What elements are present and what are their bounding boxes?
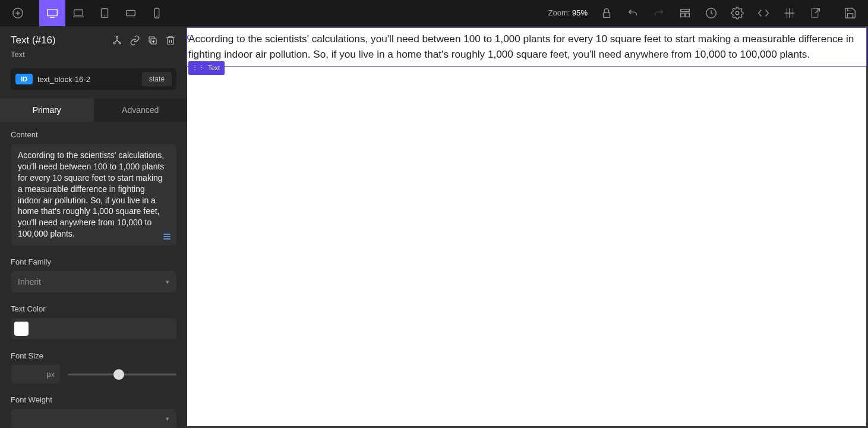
font-weight-label: Font Weight (11, 395, 176, 404)
slider-thumb[interactable] (113, 369, 124, 380)
main-area: Text (#16) Text ID text_block-16-2 state… (0, 26, 868, 428)
structure-button[interactable] (672, 0, 698, 26)
font-size-input[interactable]: px (11, 365, 61, 383)
element-type-label: Text (0, 50, 187, 65)
text-color-panel: Text Color (0, 296, 187, 343)
element-actions (111, 34, 176, 46)
svg-rect-15 (681, 13, 684, 17)
id-chip: ID (15, 74, 33, 84)
font-size-panel: Font Size px (0, 343, 187, 387)
content-textarea[interactable]: According to the scientists' calculation… (11, 144, 176, 246)
redo-button[interactable] (646, 0, 672, 26)
svg-rect-23 (812, 8, 818, 17)
state-button[interactable]: state (142, 72, 172, 86)
font-weight-panel: Font Weight ▾ (0, 387, 187, 428)
tab-advanced[interactable]: Advanced (94, 98, 188, 122)
content-label: Content (11, 130, 176, 139)
font-size-slider[interactable] (68, 369, 176, 380)
font-weight-select[interactable]: ▾ (11, 409, 176, 428)
font-family-value: Inherit (18, 277, 41, 287)
zoom-indicator[interactable]: Zoom: 95% (548, 8, 588, 17)
sidebar-scroll-area[interactable]: Content According to the scientists' cal… (0, 122, 187, 428)
svg-point-24 (116, 36, 118, 38)
svg-rect-13 (604, 12, 610, 17)
font-family-panel: Font Family Inherit ▾ (0, 249, 187, 296)
laptop-viewport-button[interactable] (65, 0, 91, 26)
tablet-landscape-viewport-button[interactable] (118, 0, 144, 26)
zoom-label-text: Zoom: (548, 8, 570, 17)
text-color-picker[interactable] (11, 318, 176, 339)
font-size-unit: px (46, 370, 55, 379)
tree-icon[interactable] (111, 34, 123, 46)
toolbar-right-group: Zoom: 95% (548, 0, 864, 26)
content-panel: Content According to the scientists' cal… (0, 122, 187, 249)
element-id-row: ID text_block-16-2 state (11, 68, 176, 90)
resize-grip-icon[interactable] (163, 232, 173, 242)
element-tag[interactable]: ⋮⋮ Text (188, 61, 225, 75)
svg-rect-5 (74, 10, 83, 15)
link-icon[interactable] (129, 34, 141, 46)
properties-tabs: Primary Advanced (0, 98, 187, 122)
font-size-label: Font Size (11, 351, 176, 360)
save-button[interactable] (837, 0, 863, 26)
selection-handle-icon[interactable]: ‹ (186, 30, 190, 42)
duplicate-icon[interactable] (147, 34, 159, 46)
canvas[interactable]: ‹ According to the scientists' calculati… (187, 26, 868, 428)
tab-primary[interactable]: Primary (0, 98, 94, 122)
text-content: According to the scientists' calculation… (188, 33, 854, 60)
code-button[interactable] (750, 0, 777, 26)
svg-rect-16 (686, 13, 689, 17)
text-color-label: Text Color (11, 304, 176, 313)
font-family-select[interactable]: Inherit ▾ (11, 271, 176, 292)
element-title: Text (#16) (11, 34, 111, 46)
delete-icon[interactable] (165, 34, 176, 46)
font-family-label: Font Family (11, 257, 176, 266)
svg-rect-14 (681, 9, 690, 11)
desktop-viewport-button[interactable] (39, 0, 65, 26)
color-swatch (14, 322, 29, 336)
lock-button[interactable] (594, 0, 620, 26)
export-button[interactable] (803, 0, 829, 26)
svg-point-25 (113, 42, 115, 44)
zoom-value: 95% (572, 8, 588, 17)
element-tag-label: Text (208, 63, 220, 73)
chevron-down-icon: ▾ (166, 415, 169, 423)
top-toolbar: Zoom: 95% (0, 0, 868, 26)
settings-button[interactable] (724, 0, 750, 26)
toolbar-left-group (5, 0, 170, 26)
selected-text-element[interactable]: ‹ According to the scientists' calculati… (187, 28, 866, 66)
history-button[interactable] (698, 0, 724, 26)
undo-button[interactable] (620, 0, 646, 26)
add-element-button[interactable] (5, 0, 31, 26)
svg-point-18 (736, 11, 739, 15)
mobile-viewport-button[interactable] (144, 0, 170, 26)
drag-dots-icon: ⋮⋮ (192, 65, 205, 71)
content-text: According to the scientists' calculation… (18, 150, 164, 238)
tablet-viewport-button[interactable] (91, 0, 118, 26)
properties-sidebar: Text (#16) Text ID text_block-16-2 state… (0, 26, 187, 428)
grid-button[interactable] (777, 0, 803, 26)
svg-point-26 (119, 42, 121, 44)
element-id-value[interactable]: text_block-16-2 (37, 75, 137, 84)
element-header: Text (#16) (0, 26, 187, 50)
svg-rect-3 (48, 9, 58, 15)
chevron-down-icon: ▾ (166, 278, 169, 286)
